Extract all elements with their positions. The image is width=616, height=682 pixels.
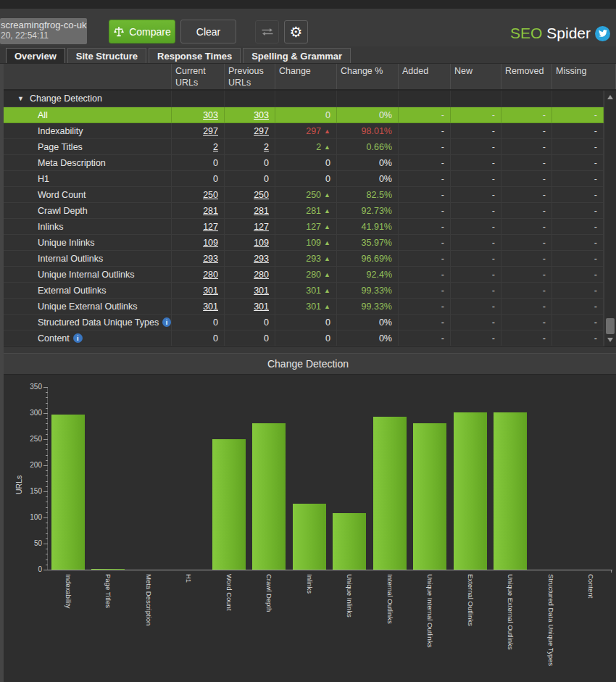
- y-axis-tick: [46, 481, 48, 482]
- table-row-meta-description[interactable]: Meta Description0000%----: [0, 155, 604, 171]
- change-pct-value: 99.33%: [337, 283, 399, 298]
- column-header-current-urls[interactable]: Current URLs: [172, 64, 225, 89]
- value-text[interactable]: 127: [203, 222, 218, 232]
- added-value: -: [399, 267, 451, 282]
- value-text[interactable]: 301: [254, 286, 269, 296]
- added-text: -: [441, 158, 444, 168]
- value-text[interactable]: 2: [213, 142, 218, 152]
- tab-site-structure[interactable]: Site Structure: [67, 48, 146, 63]
- table-row-internal-outlinks[interactable]: Internal Outlinks293293293▲96.69%----: [0, 251, 604, 267]
- column-header-change[interactable]: Change: [275, 64, 337, 89]
- y-axis-tick: [46, 560, 48, 560]
- previous-urls-value: 303: [225, 107, 275, 122]
- table-row-content[interactable]: Contenti0000%----: [0, 330, 604, 346]
- table-row-indexability[interactable]: Indexability297297297▲98.01%----: [0, 123, 604, 139]
- group-row-change-detection[interactable]: ▼Change Detection: [0, 91, 604, 107]
- y-axis-tick: [46, 502, 48, 502]
- removed-value: -: [501, 315, 552, 330]
- current-urls-value: 0: [172, 315, 225, 330]
- column-header-removed[interactable]: Removed: [501, 64, 552, 89]
- missing-text: -: [594, 270, 597, 280]
- table-row-h1[interactable]: H10000%----: [0, 171, 604, 187]
- row-name-text: Inlinks: [38, 222, 63, 232]
- value-text[interactable]: 2: [264, 142, 269, 152]
- scrollbar-up-icon[interactable]: [604, 92, 616, 102]
- x-axis-label: H1: [186, 574, 193, 583]
- value-text[interactable]: 250: [254, 190, 269, 200]
- value-text[interactable]: 280: [254, 270, 269, 280]
- value-text[interactable]: 301: [203, 302, 218, 312]
- trend-up-icon: ▲: [324, 223, 330, 230]
- info-icon[interactable]: i: [162, 317, 171, 327]
- missing-text: -: [594, 174, 597, 184]
- crawl-selector[interactable]: screamingfrog-co-uk 20, 22:54:11: [0, 18, 87, 44]
- value-text[interactable]: 293: [254, 254, 269, 264]
- y-axis-tick: [46, 486, 48, 487]
- value-text[interactable]: 127: [254, 222, 269, 232]
- change-pct-text: 98.01%: [362, 126, 392, 136]
- table-row-unique-external-outlinks[interactable]: Unique External Outlinks301301301▲99.33%…: [0, 299, 604, 315]
- value-text[interactable]: 109: [254, 238, 269, 248]
- previous-urls-value: 281: [225, 203, 275, 218]
- column-header-previous-urls[interactable]: Previous URLs: [225, 64, 275, 89]
- value-text[interactable]: 293: [203, 254, 218, 264]
- value-text[interactable]: 301: [203, 286, 218, 296]
- change-pct-text: 99.33%: [362, 302, 392, 312]
- table-row-inlinks[interactable]: Inlinks127127127▲41.91%----: [0, 219, 604, 235]
- new-text: -: [492, 190, 495, 200]
- value-text[interactable]: 281: [254, 206, 269, 216]
- table-row-crawl-depth[interactable]: Crawl Depth281281281▲92.73%----: [0, 203, 604, 219]
- value-text[interactable]: 280: [203, 270, 218, 280]
- column-header-added[interactable]: Added: [399, 64, 451, 89]
- previous-urls-value: 0: [225, 330, 275, 346]
- panel-splitter[interactable]: [0, 346, 616, 353]
- new-text: -: [492, 238, 495, 248]
- column-header-missing[interactable]: Missing: [552, 64, 616, 89]
- value-text[interactable]: 109: [203, 238, 218, 248]
- value-text[interactable]: 303: [203, 110, 218, 120]
- info-icon[interactable]: i: [73, 333, 83, 343]
- value-text[interactable]: 303: [254, 110, 269, 120]
- row-name-text: Structured Data Unique Types: [38, 317, 159, 328]
- value-text[interactable]: 281: [203, 206, 218, 216]
- tab-overview[interactable]: Overview: [6, 48, 65, 63]
- compare-button[interactable]: Compare: [109, 20, 175, 43]
- previous-urls-value: 301: [225, 299, 275, 314]
- change-value: 301▲: [275, 283, 337, 298]
- row-name: Indexability: [0, 123, 172, 138]
- table-row-unique-inlinks[interactable]: Unique Inlinks109109109▲35.97%----: [0, 235, 604, 251]
- value-text[interactable]: 297: [203, 126, 218, 136]
- row-name: Unique Inlinks: [0, 235, 172, 250]
- twitter-icon[interactable]: [595, 26, 610, 41]
- table-row-unique-internal-outlinks[interactable]: Unique Internal Outlinks280280280▲92.4%-…: [0, 267, 604, 283]
- column-header-change-[interactable]: Change %: [337, 64, 399, 89]
- tab-spelling-grammar[interactable]: Spelling & Grammar: [243, 48, 351, 63]
- table-row-word-count[interactable]: Word Count250250250▲82.5%----: [0, 187, 604, 203]
- triangle-down-icon[interactable]: ▼: [17, 95, 24, 102]
- change-pct-text: 82.5%: [367, 190, 392, 200]
- bar-indexability: [51, 415, 85, 570]
- change-text: 250: [306, 190, 321, 200]
- column-header-new[interactable]: New: [451, 64, 501, 89]
- change-pct-value: 35.97%: [337, 235, 399, 250]
- settings-gear-button[interactable]: ⚙: [284, 20, 308, 43]
- value-text[interactable]: 297: [254, 126, 269, 136]
- value-text[interactable]: 250: [203, 190, 218, 200]
- swap-arrows-button[interactable]: [255, 20, 279, 43]
- table-row-all[interactable]: All30330300%----: [0, 107, 604, 123]
- y-axis-tick-label: 150: [0, 487, 42, 495]
- scrollbar-thumb[interactable]: [606, 318, 615, 334]
- value-text[interactable]: 301: [254, 302, 269, 312]
- x-axis-label-slot: Meta Description: [128, 574, 169, 625]
- clear-button[interactable]: Clear: [180, 20, 236, 43]
- previous-urls-value: 109: [225, 235, 275, 250]
- table-row-external-outlinks[interactable]: External Outlinks301301301▲99.33%----: [0, 283, 604, 299]
- column-header-name[interactable]: [0, 64, 172, 89]
- tab-response-times[interactable]: Response Times: [149, 48, 241, 63]
- table-scrollbar[interactable]: [604, 91, 616, 346]
- current-urls-value: 0: [172, 155, 225, 170]
- table-row-page-titles[interactable]: Page Titles222▲0.66%----: [0, 139, 604, 155]
- y-axis-tick: [43, 491, 48, 492]
- table-row-structured-data-unique-types[interactable]: Structured Data Unique Typesi0000%----: [0, 315, 604, 330]
- scrollbar-down-icon[interactable]: [604, 335, 616, 345]
